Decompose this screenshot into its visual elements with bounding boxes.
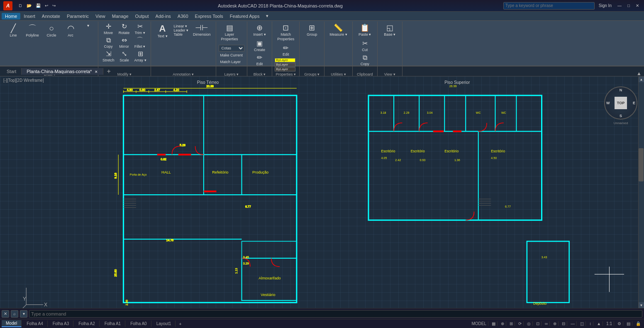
menu-view[interactable]: View [92, 13, 109, 20]
modify-scale-btn[interactable]: ⤡ Scale [117, 50, 132, 63]
color-bylayer-2[interactable]: ByLayer [275, 63, 295, 67]
doc-tab-add-btn[interactable]: + [103, 67, 114, 76]
measure-btn[interactable]: 📏 Measure ▾ [327, 22, 350, 39]
draw-line-btn[interactable]: ╱ Line [4, 22, 22, 39]
status-tab-folha-a0[interactable]: Folha A0 [126, 321, 151, 327]
command-arrow-btn[interactable]: ▾ [20, 310, 27, 318]
modify-move-btn[interactable]: ✛ Move [101, 22, 116, 36]
status-lock-btn[interactable]: 🔒 [634, 321, 642, 326]
group-btn[interactable]: ⊞ Group [303, 22, 321, 39]
block-insert-btn[interactable]: ⊕ Insert ▾ [251, 22, 269, 39]
match-layer-btn[interactable]: Match Layer [219, 59, 243, 65]
layer-dropdown[interactable]: Cotas 0 ByLayer [219, 45, 245, 51]
doc-tab-start[interactable]: Start [2, 68, 22, 75]
cut-btn[interactable]: ✂ Cut [357, 39, 372, 53]
annotation-text-btn[interactable]: A Text ▾ [154, 22, 172, 40]
menu-home[interactable]: Home [2, 13, 20, 20]
status-dynmode-btn[interactable]: ⊟ [560, 321, 567, 326]
menu-express-tools[interactable]: Express Tools [192, 13, 227, 20]
block-create-btn[interactable]: ▣ Create [251, 39, 269, 53]
quick-access-redo[interactable]: ↪ [51, 3, 57, 8]
status-tab-folha-a3[interactable]: Folha A3 [49, 321, 73, 327]
color-bylayer-3[interactable]: ByLayer [275, 67, 295, 71]
status-transp-btn[interactable]: ◫ [578, 321, 586, 326]
color-bylayer-1[interactable]: ByLayer [275, 58, 295, 62]
viewport[interactable]: [-][Top][2D Wireframe] Piso Térreo [0, 76, 644, 308]
quick-access-undo[interactable]: ↩ [43, 3, 50, 8]
layer-properties-btn[interactable]: ▤ LayerProperties [219, 22, 241, 43]
status-ducs-btn[interactable]: ⊕ [551, 321, 559, 326]
compass-center-label[interactable]: TOP [615, 97, 627, 109]
ribbon-group-clipboard: 📋 Paste ▾ ✂ Cut ⧉ Copy Clipboard [353, 22, 378, 77]
status-workspace-btn[interactable]: ▤ [625, 321, 632, 326]
annotation-dimension-btn[interactable]: ⊣⊢ Dimension [190, 22, 213, 39]
scrollbar-up-btn[interactable]: ▲ [639, 76, 644, 82]
doc-tab-close-btn[interactable]: ✕ [95, 70, 98, 74]
quick-access-new[interactable]: 🗋 [17, 3, 24, 8]
sign-in-btn[interactable]: Sign In [597, 3, 613, 8]
vertical-scrollbar[interactable]: ▲ ▼ [638, 76, 644, 308]
status-snap-btn[interactable]: ⊕ [499, 321, 506, 326]
command-input[interactable] [29, 310, 642, 318]
modify-trim-btn[interactable]: ✂ Trim ▾ [132, 22, 147, 36]
modify-fillet-btn[interactable]: ⌒ Fillet ▾ [132, 36, 147, 49]
status-tab-layout1[interactable]: Layout1 [152, 321, 176, 327]
make-current-btn[interactable]: Make Current [219, 52, 245, 58]
minimize-btn[interactable]: — [616, 3, 623, 8]
quick-access-open[interactable]: 📂 [25, 3, 33, 8]
menu-manage[interactable]: Manage [109, 13, 132, 20]
menu-parametric[interactable]: Parametric [63, 13, 92, 20]
status-polar-btn[interactable]: ⟳ [517, 321, 524, 326]
copy-clipboard-btn[interactable]: ⧉ Copy [357, 54, 372, 67]
modify-array-btn[interactable]: ⊞ Array ▾ [133, 50, 148, 63]
menu-insert[interactable]: Insert [20, 13, 39, 20]
status-tab-folha-a2[interactable]: Folha A2 [74, 321, 99, 327]
scrollbar-thumb[interactable] [639, 148, 644, 181]
command-close-btn[interactable]: ✕ [2, 310, 9, 318]
modify-mirror-btn[interactable]: ⇔ Mirror [117, 36, 132, 49]
status-otrack-btn[interactable]: ∞ [543, 321, 550, 326]
modify-copy-btn[interactable]: ⧉ Copy [101, 36, 116, 49]
draw-more-btn[interactable]: ▾ [80, 22, 95, 29]
block-edit-btn[interactable]: ✏ Edit [251, 54, 269, 67]
status-tab-folha-a1[interactable]: Folha A1 [100, 321, 125, 327]
match-properties-btn[interactable]: ⊡ MatchProperties [275, 22, 297, 43]
properties-edit-btn[interactable]: ✏ Edit [278, 44, 293, 57]
modify-stretch-btn[interactable]: ⇲ Stretch [101, 50, 116, 63]
quick-access-save[interactable]: 💾 [34, 3, 42, 8]
scrollbar-track[interactable] [639, 82, 644, 302]
status-tab-model[interactable]: Model [2, 320, 22, 327]
status-lw-btn[interactable]: — [569, 321, 577, 326]
search-box[interactable] [503, 2, 595, 10]
status-tab-add-btn[interactable]: + [176, 321, 184, 327]
close-btn[interactable]: ✕ [634, 3, 641, 8]
compass-widget[interactable]: N S E W TOP [604, 86, 637, 120]
draw-arc-btn[interactable]: ◠ Arc [61, 22, 80, 39]
menu-a360[interactable]: A360 [174, 13, 192, 20]
menu-output[interactable]: Output [132, 13, 152, 20]
maximize-btn[interactable]: □ [626, 3, 632, 8]
status-settings-btn[interactable]: ⚙ [616, 321, 623, 326]
command-filter-btn[interactable]: ⌕ [11, 310, 18, 318]
status-grid-btn[interactable]: ▦ [490, 321, 498, 326]
status-ortho-btn[interactable]: ⊞ [508, 321, 515, 326]
base-view-btn[interactable]: ◱ Base ▾ [381, 22, 399, 39]
menu-annotate[interactable]: Annotate [39, 13, 63, 20]
status-3dosnap-btn[interactable]: ⊡ [534, 321, 542, 326]
status-model-btn[interactable]: MODEL [470, 321, 488, 326]
modify-rotate-btn[interactable]: ↻ Rotate [117, 22, 132, 36]
search-input[interactable] [505, 3, 593, 8]
status-selcyc-btn[interactable]: ↕ [588, 321, 593, 326]
status-anno-btn[interactable]: ▲ [595, 321, 603, 326]
scrollbar-down-btn[interactable]: ▼ [639, 302, 644, 308]
status-tab-folha-a4[interactable]: Folha A4 [22, 321, 47, 327]
menu-addins[interactable]: Add-ins [152, 13, 174, 20]
paste-btn[interactable]: 📋 Paste ▾ [356, 22, 374, 39]
menu-featured-apps[interactable]: Featured Apps [227, 13, 263, 20]
doc-tab-main[interactable]: Planta-China-Maquinas-correta* ✕ [22, 68, 103, 75]
status-osnap-btn[interactable]: ◎ [525, 321, 533, 326]
draw-polyline-btn[interactable]: ⌒ Polyline [23, 22, 41, 39]
ribbon-collapse-btn[interactable]: ▲ [637, 71, 642, 76]
draw-circle-btn[interactable]: ○ Circle [42, 22, 61, 39]
menu-more[interactable]: ▾ [263, 12, 272, 20]
